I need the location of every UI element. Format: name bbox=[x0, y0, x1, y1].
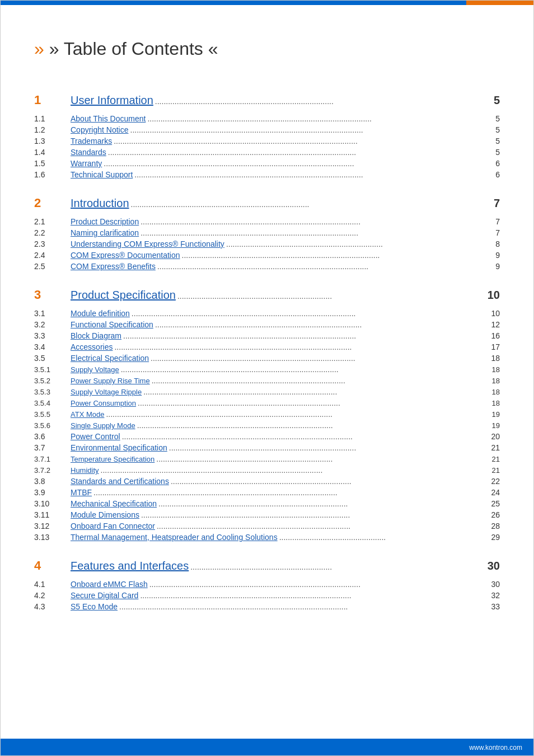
entry-page-3-5: 18 bbox=[484, 354, 500, 363]
toc-entry-3-5-1: 3.5.1Supply Voltage.....................… bbox=[34, 364, 500, 375]
entry-page-4-2: 32 bbox=[484, 591, 500, 600]
toc-entry-3-10: 3.10Mechanical Specification............… bbox=[34, 498, 500, 509]
title-text: » Table of Contents « bbox=[49, 39, 218, 59]
entry-label-3-4[interactable]: Accessories bbox=[71, 342, 113, 351]
entry-label-1-3[interactable]: Trademarks bbox=[71, 137, 112, 145]
entry-label-2-1[interactable]: Product Description bbox=[71, 217, 139, 226]
entry-dots-1-4: ........................................… bbox=[106, 148, 484, 157]
entry-label-4-2[interactable]: Secure Digital Card bbox=[71, 591, 138, 600]
toc-entry-2-3: 2.3Understanding COM Express® Functional… bbox=[34, 238, 500, 250]
entry-label-3-1[interactable]: Module definition bbox=[71, 309, 130, 318]
entry-label-1-4[interactable]: Standards bbox=[71, 148, 106, 157]
toc-section-2: 2Introduction...........................… bbox=[34, 185, 500, 214]
entry-dots-3-4: ........................................… bbox=[113, 342, 484, 351]
entry-label-3-6[interactable]: Power Control bbox=[71, 432, 120, 441]
entry-page-4-1: 30 bbox=[484, 580, 500, 589]
toc-entry-2-5: 2.5COM Express® Benefits................… bbox=[34, 261, 500, 272]
entry-page-3-11: 26 bbox=[484, 510, 500, 519]
entry-dots-2-3: ........................................… bbox=[224, 240, 484, 248]
entry-label-1-1[interactable]: About This Document bbox=[71, 114, 146, 123]
entry-page-1-1: 5 bbox=[484, 114, 500, 123]
entry-dots-3-3: ........................................… bbox=[121, 331, 484, 340]
entry-label-3-7[interactable]: Environmental Specification bbox=[71, 443, 167, 452]
entry-number-3-5-4: 3.5.4 bbox=[34, 399, 71, 407]
toc-section-1: 1User Information.......................… bbox=[34, 82, 500, 111]
entry-dots-3-12: ........................................… bbox=[155, 522, 484, 530]
entry-label-2-3[interactable]: Understanding COM Express® Functionality bbox=[71, 240, 224, 248]
entry-dots-3-2: ........................................… bbox=[153, 320, 484, 329]
entry-number-1-3: 1.3 bbox=[34, 137, 71, 145]
toc-entry-1-5: 1.5Warranty.............................… bbox=[34, 158, 500, 169]
entry-label-3-5-5[interactable]: ATX Mode bbox=[71, 410, 104, 419]
toc-entry-3-4: 3.4Accessories..........................… bbox=[34, 341, 500, 353]
entry-dots-4-1: ........................................… bbox=[148, 580, 484, 589]
entry-number-2-5: 2.5 bbox=[34, 262, 71, 271]
entry-dots-3-1: ........................................… bbox=[130, 309, 484, 318]
entry-label-3-5-2[interactable]: Power Supply Rise Time bbox=[71, 377, 150, 385]
section-label-4[interactable]: Features and Interfaces bbox=[71, 560, 189, 572]
entry-label-3-13[interactable]: Thermal Management, Heatspreader and Coo… bbox=[71, 533, 278, 542]
entry-dots-3-8: ........................................… bbox=[169, 477, 484, 486]
toc-entry-3-7-1: 3.7.1Temperature Specification..........… bbox=[34, 453, 500, 464]
entry-dots-3-5: ........................................… bbox=[149, 354, 484, 363]
entry-label-3-7-1[interactable]: Temperature Specification bbox=[71, 455, 154, 463]
entry-label-2-4[interactable]: COM Express® Documentation bbox=[71, 251, 180, 260]
entry-number-3-5: 3.5 bbox=[34, 354, 71, 363]
entry-dots-3-11: ........................................… bbox=[139, 510, 484, 519]
entry-label-3-5-6[interactable]: Single Supply Mode bbox=[71, 421, 135, 430]
entry-dots-4-2: ........................................… bbox=[138, 591, 484, 600]
entry-page-3-5-6: 19 bbox=[484, 421, 500, 430]
entry-number-1-4: 1.4 bbox=[34, 148, 71, 157]
entry-label-3-12[interactable]: Onboard Fan Connector bbox=[71, 522, 155, 530]
section-page-1: 5 bbox=[484, 94, 500, 107]
toc-entry-3-5: 3.5Electrical Specification.............… bbox=[34, 353, 500, 364]
toc-entry-2-1: 2.1Product Description..................… bbox=[34, 216, 500, 227]
toc-entry-1-1: 1.1About This Document..................… bbox=[34, 113, 500, 124]
entry-label-3-9[interactable]: MTBF bbox=[71, 488, 92, 497]
entry-page-4-3: 33 bbox=[484, 602, 500, 611]
entry-label-1-2[interactable]: Copyright Notice bbox=[71, 125, 129, 134]
toc-entry-3-7-2: 3.7.2Humidity...........................… bbox=[34, 464, 500, 476]
entry-label-3-5-1[interactable]: Supply Voltage bbox=[71, 365, 119, 374]
entry-page-3-3: 16 bbox=[484, 331, 500, 340]
entry-label-3-5-3[interactable]: Supply Voltage Ripple bbox=[71, 388, 142, 396]
entry-page-2-2: 7 bbox=[484, 228, 500, 237]
entry-label-3-5-4[interactable]: Power Consumption bbox=[71, 399, 136, 407]
entry-label-3-8[interactable]: Standards and Certifications bbox=[71, 477, 169, 486]
entry-label-3-3[interactable]: Block Diagram bbox=[71, 331, 121, 340]
entry-number-3-3: 3.3 bbox=[34, 331, 71, 340]
entry-label-2-2[interactable]: Naming clarification bbox=[71, 228, 139, 237]
entry-label-3-5[interactable]: Electrical Specification bbox=[71, 354, 149, 363]
entry-page-3-5-3: 18 bbox=[484, 388, 500, 396]
entry-label-2-5[interactable]: COM Express® Benefits bbox=[71, 262, 156, 271]
entry-page-3-5-2: 18 bbox=[484, 377, 500, 385]
footer-website: www.kontron.com bbox=[469, 744, 522, 752]
entry-page-3-5-5: 19 bbox=[484, 410, 500, 419]
toc-entry-1-2: 1.2Copyright Notice.....................… bbox=[34, 124, 500, 135]
entry-label-3-11[interactable]: Module Dimensions bbox=[71, 510, 139, 519]
top-bar bbox=[1, 1, 533, 5]
toc-entry-3-12: 3.12Onboard Fan Connector...............… bbox=[34, 520, 500, 532]
entry-label-3-10[interactable]: Mechanical Specification bbox=[71, 499, 157, 508]
entry-label-3-2[interactable]: Functional Specification bbox=[71, 320, 153, 329]
entry-number-3-7: 3.7 bbox=[34, 443, 71, 452]
section-number-2: 2 bbox=[34, 195, 71, 210]
entry-label-1-5[interactable]: Warranty bbox=[71, 159, 102, 168]
section-label-2[interactable]: Introduction bbox=[71, 197, 129, 210]
section-page-3: 10 bbox=[484, 289, 500, 302]
entry-label-4-3[interactable]: S5 Eco Mode bbox=[71, 602, 118, 611]
entry-number-3-7-1: 3.7.1 bbox=[34, 455, 71, 463]
toc-container: 1User Information.......................… bbox=[34, 82, 500, 617]
section-label-3[interactable]: Product Specification bbox=[71, 289, 176, 302]
toc-entry-4-1: 4.1Onboard eMMC Flash...................… bbox=[34, 579, 500, 590]
entry-number-3-8: 3.8 bbox=[34, 477, 71, 486]
entry-page-3-4: 17 bbox=[484, 342, 500, 351]
entry-label-3-7-2[interactable]: Humidity bbox=[71, 466, 99, 475]
entry-number-3-7-2: 3.7.2 bbox=[34, 466, 71, 475]
entry-dots-2-4: ........................................… bbox=[180, 251, 485, 260]
entry-label-4-1[interactable]: Onboard eMMC Flash bbox=[71, 580, 148, 589]
entry-label-1-6[interactable]: Technical Support bbox=[71, 170, 133, 179]
section-page-2: 7 bbox=[484, 197, 500, 210]
section-label-1[interactable]: User Information bbox=[71, 94, 153, 107]
entry-dots-2-5: ........................................… bbox=[156, 262, 484, 271]
